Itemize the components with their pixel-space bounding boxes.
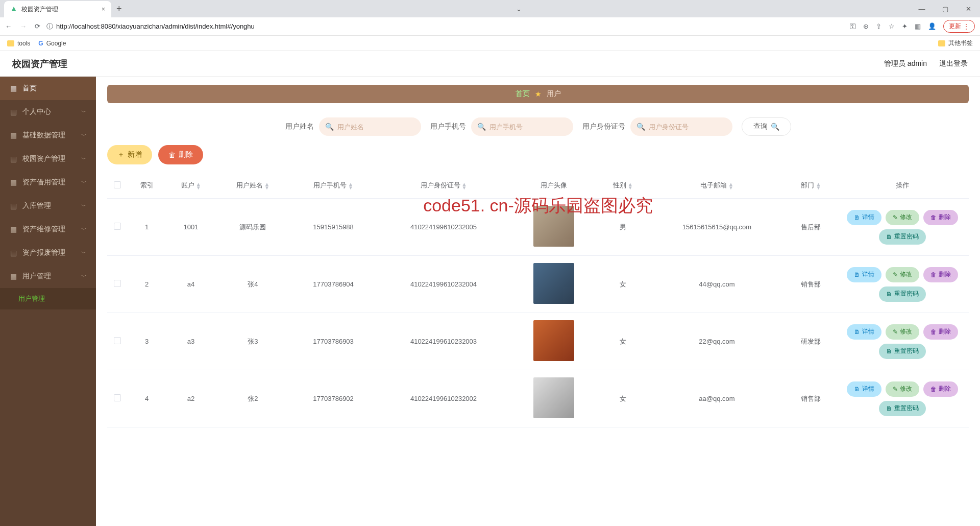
- reset-password-button[interactable]: 🗎重置密码: [879, 401, 926, 416]
- star-icon[interactable]: ☆: [889, 22, 895, 30]
- table-row: 3 a3 张3 17703786903 410224199610232003 女…: [107, 313, 969, 370]
- trash-icon: 🗑: [930, 386, 937, 393]
- th-email[interactable]: 电子邮箱▲▼: [648, 173, 786, 199]
- row-checkbox[interactable]: [114, 394, 121, 401]
- th-gender[interactable]: 性别▲▼: [598, 173, 648, 199]
- row-checkbox[interactable]: [114, 223, 121, 230]
- sidebar-item-3[interactable]: ▤校园资产管理﹀: [0, 147, 96, 171]
- bookmark-other[interactable]: 其他书签: [938, 39, 973, 47]
- avatar[interactable]: [533, 263, 574, 304]
- table-row: 1 1001 源码乐园 15915915988 4102241996102320…: [107, 199, 969, 256]
- doc-icon: 🗎: [854, 214, 860, 221]
- th-idcard[interactable]: 用户身份证号▲▼: [377, 173, 510, 199]
- search-id-input[interactable]: [630, 117, 732, 136]
- site-info-icon[interactable]: ⓘ: [46, 22, 53, 31]
- bookmark-tools[interactable]: tools: [7, 40, 30, 47]
- sidebar-item-6[interactable]: ▤资产维修管理﹀: [0, 218, 96, 241]
- add-button[interactable]: ＋新增: [107, 145, 152, 164]
- reset-password-button[interactable]: 🗎重置密码: [879, 229, 926, 245]
- doc-icon: 🗎: [854, 328, 860, 336]
- update-label: 更新: [949, 22, 961, 31]
- sidebar-item-4[interactable]: ▤资产借用管理﹀: [0, 171, 96, 194]
- th-dept[interactable]: 部门▲▼: [786, 173, 836, 199]
- zoom-icon[interactable]: ⊕: [863, 22, 869, 30]
- main-content: 首页 ★ 用户 用户姓名 🔍 用户手机号 🔍 用户身份证号 🔍 查询🔍 ＋新增 …: [96, 77, 980, 526]
- new-tab-button[interactable]: +: [111, 4, 127, 14]
- tab-dropdown-icon[interactable]: ⌄: [509, 5, 529, 13]
- edit-button[interactable]: ✎修改: [886, 381, 919, 397]
- browser-tab[interactable]: 校园资产管理 ×: [4, 1, 111, 17]
- th-account[interactable]: 账户▲▼: [166, 173, 216, 199]
- reload-button[interactable]: ⟳: [35, 22, 40, 30]
- extensions-icon[interactable]: ✦: [902, 22, 908, 30]
- chevron-down-icon: ﹀: [81, 202, 87, 210]
- sidebar-item-2[interactable]: ▤基础数据管理﹀: [0, 124, 96, 147]
- row-checkbox[interactable]: [114, 337, 121, 344]
- cell-account: 1001: [166, 199, 216, 256]
- edit-button[interactable]: ✎修改: [886, 324, 919, 340]
- sidebar-sub-item[interactable]: 用户管理: [0, 288, 96, 309]
- url-box[interactable]: ⓘ http://localhost:8080/xiaoyuanzichan/a…: [46, 22, 843, 31]
- sidebar-item-8[interactable]: ▤用户管理﹀: [0, 265, 96, 288]
- profile-icon[interactable]: 👤: [928, 22, 936, 30]
- reset-password-button[interactable]: 🗎重置密码: [879, 344, 926, 359]
- sort-icon: ▲▼: [728, 182, 733, 189]
- row-delete-button[interactable]: 🗑删除: [923, 210, 958, 225]
- edit-button[interactable]: ✎修改: [886, 267, 919, 282]
- row-checkbox[interactable]: [114, 280, 121, 287]
- th-phone[interactable]: 用户手机号▲▼: [290, 173, 377, 199]
- chevron-down-icon: ﹀: [81, 226, 87, 233]
- close-icon[interactable]: ×: [102, 6, 105, 13]
- avatar[interactable]: [533, 320, 574, 361]
- users-icon: ▤: [9, 272, 17, 280]
- edit-button[interactable]: ✎修改: [886, 210, 919, 225]
- row-delete-button[interactable]: 🗑删除: [923, 381, 958, 397]
- th-name[interactable]: 用户姓名▲▼: [216, 173, 290, 199]
- search-name-input[interactable]: [319, 117, 421, 136]
- update-button[interactable]: 更新 ⋮: [943, 20, 975, 33]
- breadcrumb-home[interactable]: 首页: [516, 89, 530, 99]
- detail-button[interactable]: 🗎详情: [847, 324, 881, 340]
- detail-button[interactable]: 🗎详情: [847, 210, 881, 225]
- th-index[interactable]: 索引: [128, 173, 166, 199]
- cell-gender: 女: [598, 256, 648, 313]
- avatar[interactable]: [533, 377, 574, 418]
- chevron-down-icon: ﹀: [81, 132, 87, 139]
- sidebar-item-7[interactable]: ▤资产报废管理﹀: [0, 241, 96, 265]
- sidebar-item-5[interactable]: ▤入库管理﹀: [0, 194, 96, 218]
- url-text: http://localhost:8080/xiaoyuanzichan/adm…: [56, 22, 255, 30]
- panel-icon[interactable]: ▥: [915, 22, 921, 30]
- share-icon[interactable]: ⇪: [876, 22, 881, 30]
- minimize-button[interactable]: —: [911, 1, 933, 16]
- row-delete-button[interactable]: 🗑删除: [923, 324, 958, 340]
- detail-button[interactable]: 🗎详情: [847, 267, 881, 282]
- back-button[interactable]: ←: [5, 22, 12, 30]
- user-label[interactable]: 管理员 admin: [884, 59, 927, 68]
- cell-email: 15615615615@qq.com: [648, 199, 786, 256]
- delete-button[interactable]: 🗑删除: [158, 145, 203, 164]
- cell-avatar: [510, 199, 598, 256]
- query-button[interactable]: 查询🔍: [742, 117, 791, 136]
- forward-button[interactable]: →: [20, 22, 27, 30]
- search-icon: 🔍: [325, 123, 334, 131]
- doc-icon: 🗎: [854, 386, 860, 393]
- cell-email: 22@qq.com: [648, 313, 786, 370]
- search-phone-input[interactable]: [471, 117, 573, 136]
- cell-gender: 女: [598, 313, 648, 370]
- key-icon[interactable]: ⚿: [849, 22, 856, 30]
- sidebar-item-1[interactable]: ▤个人中心﹀: [0, 100, 96, 124]
- sidebar-item-0[interactable]: ▤首页: [0, 77, 96, 100]
- bookmark-google[interactable]: GGoogle: [38, 40, 66, 47]
- avatar[interactable]: [533, 206, 574, 247]
- row-delete-button[interactable]: 🗑删除: [923, 267, 958, 282]
- list-icon: ▤: [9, 155, 17, 163]
- close-window-button[interactable]: ✕: [958, 1, 980, 16]
- reset-password-button[interactable]: 🗎重置密码: [879, 286, 926, 302]
- maximize-button[interactable]: ▢: [934, 1, 957, 16]
- detail-button[interactable]: 🗎详情: [847, 381, 881, 397]
- search-row: 用户姓名 🔍 用户手机号 🔍 用户身份证号 🔍 查询🔍: [107, 117, 969, 136]
- tab-title: 校园资产管理: [21, 5, 58, 14]
- cell-name: 张3: [216, 313, 290, 370]
- select-all-checkbox[interactable]: [114, 181, 121, 188]
- logout-button[interactable]: 退出登录: [939, 59, 968, 68]
